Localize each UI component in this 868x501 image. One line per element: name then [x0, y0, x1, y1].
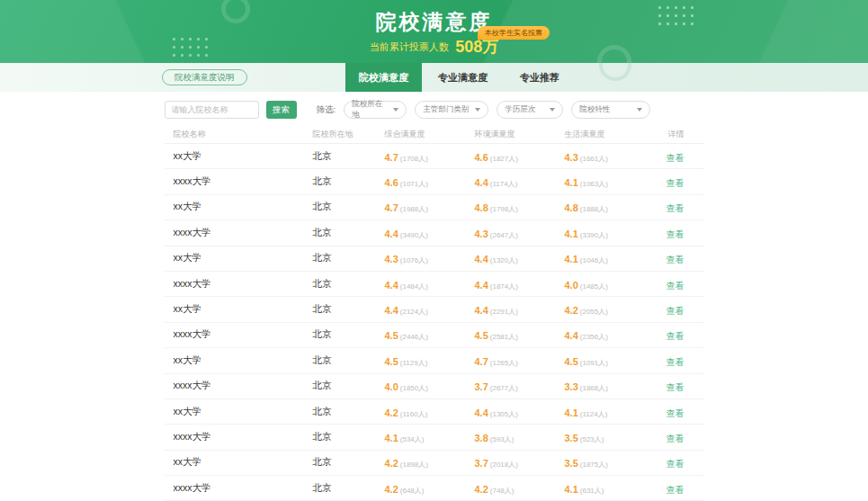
- overall-count: (1850人): [400, 384, 428, 392]
- life-count: (1868人): [580, 384, 608, 392]
- life-score: 4.1: [565, 228, 578, 239]
- overall-score: 4.7: [385, 202, 398, 213]
- life-count: (1875人): [580, 461, 608, 469]
- table-row: xxxx大学 北京 4.6(1071人) 4.4(1174人) 4.1(1063…: [165, 169, 704, 194]
- table-row: xx大学 北京 4.4(2124人) 4.4(2291人) 4.2(2055人)…: [165, 297, 704, 322]
- dropdown-location[interactable]: 院校所在地: [344, 101, 407, 119]
- satisfaction-info-button[interactable]: 院校满意度说明: [162, 69, 247, 85]
- environment-count: (1265人): [490, 359, 518, 367]
- life-count: (1485人): [580, 282, 608, 291]
- table-row: xx大学 北京 4.3(1076人) 4.4(1320人) 4.1(1046人)…: [165, 246, 704, 272]
- environment-count: (1827人): [490, 155, 518, 163]
- view-link[interactable]: 查看: [667, 434, 685, 443]
- overall-count: (2124人): [400, 308, 428, 316]
- life-score: 4.5: [565, 356, 578, 367]
- view-link[interactable]: 查看: [667, 229, 685, 239]
- chevron-down-icon: [637, 108, 642, 112]
- environment-score: 3.8: [475, 433, 488, 443]
- vote-stats-value: 508万: [455, 38, 498, 56]
- tab-university-satisfaction[interactable]: 院校满意度: [345, 63, 422, 92]
- view-link[interactable]: 查看: [667, 357, 685, 367]
- university-city: 北京: [304, 252, 376, 264]
- header-life-satisfaction: 生活满意度: [556, 129, 646, 140]
- life-score: 4.1: [565, 254, 578, 264]
- tab-bar: 院校满意度说明 院校满意度 专业满意度 专业推荐: [0, 63, 868, 92]
- life-score: 4.0: [565, 280, 578, 291]
- university-city: 北京: [304, 278, 376, 291]
- university-city: 北京: [304, 406, 376, 418]
- search-input[interactable]: [165, 101, 259, 119]
- university-name: xxxx大学: [165, 380, 304, 392]
- overall-score: 4.5: [385, 330, 398, 341]
- life-score: 4.2: [565, 305, 578, 316]
- environment-score: 3.7: [475, 381, 488, 392]
- header-banner: 院校满意度 本校学生实名投票 当前累计投票人数 508万: [0, 0, 868, 63]
- dropdown-authority-type-value: 主管部门类别: [423, 104, 469, 115]
- view-link[interactable]: 查看: [667, 331, 685, 341]
- view-link[interactable]: 查看: [667, 306, 685, 316]
- university-city: 北京: [304, 175, 376, 188]
- view-link[interactable]: 查看: [667, 281, 685, 291]
- vote-stats: 当前累计投票人数 508万: [0, 36, 868, 58]
- table-row: xx大学 北京 4.7(1988人) 4.8(1798人) 4.8(1888人)…: [165, 195, 704, 220]
- overall-count: (1898人): [400, 461, 428, 469]
- view-link[interactable]: 查看: [667, 255, 685, 264]
- environment-count: (748人): [490, 487, 515, 495]
- life-count: (523人): [580, 435, 604, 443]
- view-link[interactable]: 查看: [667, 153, 685, 163]
- overall-count: (1988人): [400, 205, 428, 213]
- environment-score: 4.8: [475, 202, 488, 213]
- university-name: xxxx大学: [165, 431, 304, 443]
- dropdown-degree-level-value: 学历层次: [505, 104, 535, 115]
- dropdown-university-trait[interactable]: 院校特性: [571, 101, 650, 119]
- view-link[interactable]: 查看: [667, 178, 685, 188]
- life-score: 4.4: [565, 330, 578, 341]
- university-name: xx大学: [165, 252, 304, 264]
- environment-count: (2581人): [490, 333, 518, 341]
- university-name: xx大学: [165, 201, 304, 213]
- overall-count: (1076人): [400, 256, 428, 264]
- search-button[interactable]: 搜索: [266, 101, 297, 119]
- dropdown-degree-level[interactable]: 学历层次: [497, 101, 563, 119]
- environment-score: 4.3: [475, 228, 488, 239]
- overall-count: (1129人): [400, 359, 428, 367]
- tab-major-satisfaction[interactable]: 专业满意度: [422, 63, 504, 92]
- university-name: xx大学: [165, 456, 304, 469]
- life-count: (1091人): [580, 359, 608, 367]
- table-row: xxxx大学 北京 4.2(648人) 4.2(748人) 4.1(631人) …: [165, 476, 704, 501]
- overall-score: 4.2: [385, 484, 398, 495]
- life-count: (2055人): [580, 308, 608, 316]
- environment-score: 4.5: [475, 330, 488, 341]
- university-city: 北京: [304, 201, 376, 213]
- view-link[interactable]: 查看: [667, 485, 685, 495]
- university-city: 北京: [304, 431, 376, 443]
- table-row: xx大学 北京 4.5(1129人) 4.7(1265人) 4.5(1091人)…: [165, 348, 704, 373]
- overall-count: (1071人): [400, 180, 428, 188]
- view-link[interactable]: 查看: [667, 203, 685, 213]
- view-link[interactable]: 查看: [667, 408, 685, 418]
- view-link[interactable]: 查看: [667, 459, 685, 469]
- dropdown-authority-type[interactable]: 主管部门类别: [415, 101, 488, 119]
- page-title: 院校满意度: [0, 8, 868, 36]
- overall-score: 4.2: [385, 407, 398, 418]
- view-link[interactable]: 查看: [667, 382, 685, 392]
- life-score: 4.1: [565, 407, 578, 418]
- header-location: 院校所在地: [304, 129, 376, 140]
- dropdown-location-value: 院校所在地: [352, 99, 389, 121]
- overall-score: 4.0: [385, 381, 398, 392]
- tab-major-recommendation[interactable]: 专业推荐: [504, 63, 576, 92]
- environment-count: (2647人): [490, 231, 518, 239]
- overall-score: 4.4: [385, 280, 398, 291]
- table-header: 院校名称 院校所在地 综合满意度 环境满意度 生活满意度 详情: [165, 125, 704, 144]
- overall-score: 4.3: [385, 254, 398, 264]
- environment-score: 4.4: [475, 254, 488, 264]
- vote-stats-label: 当前累计投票人数: [370, 41, 449, 52]
- university-name: xxxx大学: [165, 227, 304, 239]
- environment-count: (1798人): [490, 205, 518, 213]
- table-row: xxxx大学 北京 4.4(3490人) 4.3(2647人) 4.1(3390…: [165, 220, 704, 246]
- environment-score: 4.4: [475, 280, 488, 291]
- life-score: 3.5: [565, 458, 578, 469]
- university-city: 北京: [304, 303, 376, 316]
- university-name: xx大学: [165, 406, 304, 418]
- overall-count: (1708人): [400, 155, 428, 163]
